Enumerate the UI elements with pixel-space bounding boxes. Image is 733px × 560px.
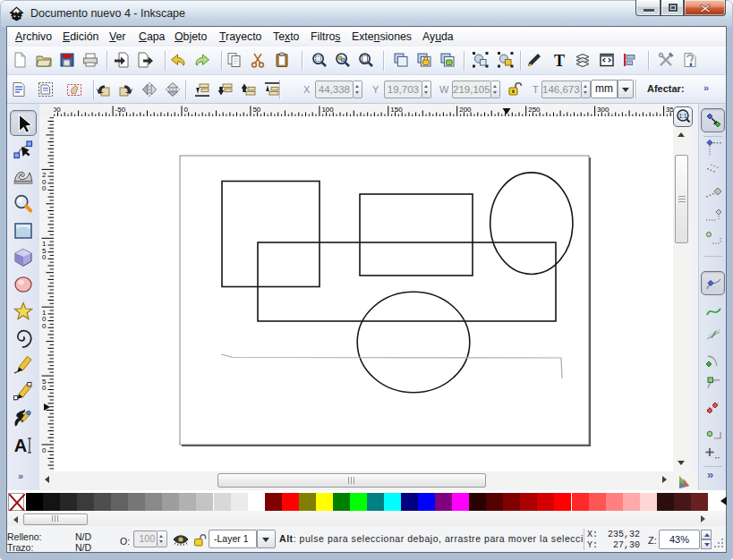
- svg-text:0: 0: [42, 253, 47, 261]
- svg-text:100: 100: [321, 106, 334, 114]
- svg-text:0: 0: [42, 184, 47, 192]
- svg-text:50: 50: [252, 106, 260, 114]
- svg-text:350: 350: [666, 106, 673, 114]
- svg-text:1:1: 1:1: [678, 113, 686, 119]
- svg-text:0: 0: [42, 384, 47, 392]
- svg-text:300: 300: [597, 106, 609, 114]
- svg-text:250: 250: [528, 106, 541, 114]
- svg-text:T: T: [554, 52, 565, 70]
- svg-text:150: 150: [390, 106, 403, 114]
- svg-text:0: 0: [42, 322, 47, 330]
- svg-text:-100: -100: [54, 106, 61, 114]
- svg-text:-50: -50: [115, 106, 126, 114]
- svg-text:200: 200: [459, 106, 472, 114]
- svg-text:0: 0: [42, 446, 47, 454]
- svg-text:A: A: [14, 436, 27, 455]
- svg-text:0: 0: [184, 106, 189, 114]
